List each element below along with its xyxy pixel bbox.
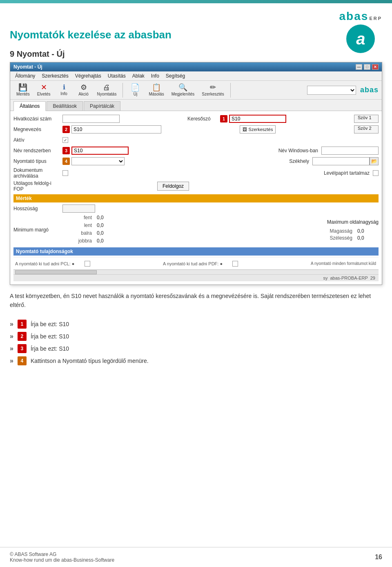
server-name: abas-PROBA-ERP [330,276,368,280]
instruction-text-1: Írja be ezt: S10 [31,321,69,327]
szerkesztes-label: Szerkesztés [202,92,224,96]
menu-allomany[interactable]: Állomány [12,72,38,80]
menu-ablak[interactable]: Ablak [129,72,148,80]
utolagos-row: Utólagos feldolg-i FOP Feldolgoz [13,180,379,192]
info-button[interactable]: ℹ Info [55,83,73,97]
instruction-list: » 1 Írja be ezt: S10 » 2 Írja be ezt: S1… [0,316,392,372]
uj-icon: 📄 [131,84,140,91]
prop1-checkbox[interactable] [85,261,90,267]
jobbra-row: jobbra 0,0 [62,238,116,244]
aktiv-label: Aktív [13,137,62,143]
hosszuseg-input[interactable] [62,205,95,213]
lent-value: 0,0 [95,222,116,228]
abas-text: abas [339,11,369,22]
step-badge-3: 3 [18,344,27,353]
toolbar-dropdown[interactable] [307,86,356,95]
szekhelye-input[interactable] [312,157,370,165]
menu-vegrehajtás[interactable]: Végrehajtás [72,72,105,80]
masolas-button[interactable]: 📋 Másolás [146,82,167,98]
prop2-checkbox[interactable] [232,261,238,267]
nev-rendszerben-label: Név rendszerben [13,148,62,153]
hivatkozasi-szam-input[interactable] [62,115,120,123]
abas-logo: abas ERP [339,11,382,53]
mentes-icon: 💾 [18,84,27,91]
tab-altalanos[interactable]: Általános [13,101,46,111]
megnevezes-input[interactable] [71,125,161,133]
max-oldalnagysag-label-row: Maximum oldalnagyság [327,218,379,227]
maximize-button[interactable]: □ [364,64,370,70]
akcio-button[interactable]: ⚙ Akció [75,82,93,98]
szelesseg-row: Szélesség 0,0 [327,235,379,241]
minimize-button[interactable]: — [356,64,362,70]
megjelenites-button[interactable]: 🔍 Megjelenítés [169,82,198,98]
footer-line2: Know-how rund um die abas-Business-Softw… [10,557,114,563]
megnevezes-row: Megnevezés 2 🖼 Szerkesztés Szöv 2 [13,125,379,134]
balra-row: balra 0,0 [62,230,116,236]
tab-papirtalcak[interactable]: Papírtálcák [84,101,120,111]
nyomtatas-icon: 🖨 [103,84,110,91]
toolbar: 💾 Mentés ✕ Elvetés ℹ Info ⚙ Akció 🖨 Nyom… [10,81,382,100]
megnevezes-badge: 2 [62,126,70,133]
nyomtato-prop-row: A nyomtató ki tud adni PCL: ● A nyomtató… [13,257,379,269]
nyomtato-tipus-badge: 4 [62,158,70,165]
hosszuseg-row: Hosszúság [13,204,379,213]
fent-row: fent 0,0 [62,215,116,220]
menu-info[interactable]: Info [148,72,163,80]
mentes-label: Mentés [16,92,30,96]
fent-label: fent [62,215,95,220]
feldolgoz-button[interactable]: Feldolgoz [157,182,189,191]
aktiv-checkbox[interactable] [62,137,68,143]
szerkesztes-button[interactable]: ✏ Szerkesztés [199,82,227,98]
footer-left: © ABAS Software AG Know-how rund um die … [10,551,114,563]
levelpapirt-tartalmaz-label: Levélpapírt tartalmaz [316,170,373,176]
mentes-button[interactable]: 💾 Mentés [13,82,33,98]
uj-button[interactable]: 📄 Új [126,82,144,98]
szov1-button[interactable]: Szöv 1 [354,115,379,123]
hivatkozasi-keresoszó-row: Hivatkozási szám Keresőszó 1 Szöv 1 [13,114,379,123]
szerkesztes-icon: ✏ [210,84,216,91]
prop1-text: A nyomtató ki tud adni PCL: ● [15,261,81,266]
instruction-text-2: Írja be ezt: S10 [31,333,69,340]
prop2-text: A nyomtató ki tud adni PDF: ● [163,261,229,266]
instruction-text-3: Írja be ezt: S10 [31,345,69,352]
nev-rendszerben-input[interactable] [71,147,129,155]
close-button[interactable]: ✕ [372,64,379,70]
menu-utasitas[interactable]: Utasítás [105,72,129,80]
elvetes-button[interactable]: ✕ Elvetés [34,82,53,98]
nev-row: Név rendszerben 3 Név Windows-ban [13,146,379,155]
levelpapirt-checkbox[interactable] [373,170,379,176]
szelesseg-value: 0,0 [356,235,376,241]
szov2-button[interactable]: Szöv 2 [354,125,379,133]
nyomtato-tipus-dropdown[interactable] [71,157,125,165]
tab-beallitasok[interactable]: Beállítások [47,101,83,111]
jobbra-label: jobbra [62,238,95,244]
dok-archivalasa-label: Dokumentum archiválása [13,167,62,179]
window-title-text: Nyomtat - Új [13,64,42,70]
instruction-item-1: » 1 Írja be ezt: S10 [10,320,382,329]
elvetes-icon: ✕ [41,84,47,91]
footer-line1: © ABAS Software AG [10,551,114,557]
szerkesztes-form-icon: 🖼 [243,127,247,132]
nyomtatas-button[interactable]: 🖨 Nyomtatás [94,82,120,98]
akcio-label: Akció [78,92,88,96]
step-badge-1: 1 [18,320,27,329]
instruction-item-2: » 2 Írja be ezt: S10 [10,332,382,341]
body-text-area: A test környezetben, én S10 nevet haszná… [0,285,392,316]
menu-segitseg[interactable]: Segítség [163,72,188,80]
window-controls[interactable]: — □ ✕ [356,64,379,70]
record-number: 29 [370,276,375,280]
minimum-margo-label: Minimum margó [13,227,62,233]
nyomtato-tipus-row: Nyomtató típus 4 Székhely 📂 [13,157,379,166]
szekhelye-label: Székhely [263,158,312,164]
dok-archivalasa-checkbox[interactable] [62,170,68,176]
nev-windowsban-input[interactable] [321,147,379,155]
szekhelye-browse-button[interactable]: 📂 [370,157,379,165]
section-title: 9 Nyomtat - Új [0,45,392,62]
menu-szerkesztes[interactable]: Szerkesztés [38,72,71,80]
magassag-value: 0,0 [356,228,376,234]
tab-bar: Általános Beállítások Papírtálcák [10,100,382,111]
szerkesztes-form-label: Szerkesztés [249,127,273,132]
keresoszó-input[interactable] [229,115,286,123]
szerkesztes-form-button[interactable]: 🖼 Szerkesztés [240,125,276,133]
sy-label: sy [323,276,327,280]
